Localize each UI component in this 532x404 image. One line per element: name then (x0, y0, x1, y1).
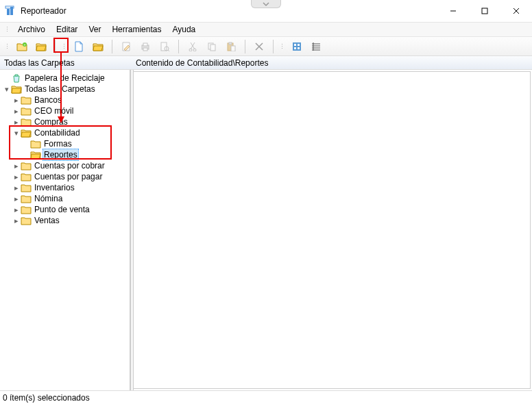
tree-label-selected: Reportes (43, 149, 79, 161)
menu-herramientas[interactable]: Herramientas (106, 23, 167, 36)
tree-node-compras[interactable]: Compras (3, 116, 130, 127)
edit-doc-icon (118, 39, 134, 54)
folder-icon (21, 117, 32, 127)
column-headers: Todas las Carpetas Contenido de Contabil… (0, 56, 532, 70)
tree-label: Ventas (33, 215, 61, 226)
folder-icon (21, 194, 32, 203)
svg-rect-28 (298, 47, 300, 49)
tree-node-cxc[interactable]: Cuentas por cobrar (3, 160, 130, 171)
svg-line-14 (168, 50, 169, 51)
expand-toggle[interactable] (12, 204, 21, 215)
folder-open-icon (11, 84, 22, 94)
new-doc-icon[interactable] (71, 39, 87, 54)
folder-icon (30, 139, 41, 149)
expand-toggle[interactable] (12, 193, 21, 204)
tree-node-cxp[interactable]: Cuentas por pagar (3, 171, 130, 182)
tree-node-ventas[interactable]: Ventas (3, 215, 130, 226)
paste-icon (223, 39, 239, 54)
tree-label: Contabilidad (33, 127, 82, 138)
tree-label: CEO móvil (33, 105, 75, 116)
view-list-icon[interactable] (308, 39, 324, 54)
toolbar-grip: ⋮ (3, 45, 12, 48)
svg-rect-20 (229, 42, 232, 45)
tree-node-recycle[interactable]: Papelera de Reciclaje (3, 73, 130, 84)
menu-editar[interactable]: Editar (51, 23, 83, 36)
folder-icon (21, 161, 32, 171)
menu-ver[interactable]: Ver (83, 23, 106, 36)
folder-icon (21, 106, 32, 116)
tree-node-root[interactable]: Todas las Carpetas (3, 84, 130, 94)
expand-toggle[interactable] (12, 127, 21, 138)
preview-icon (156, 39, 173, 54)
annotation-arrow (60, 53, 62, 118)
folder-icon (21, 183, 32, 192)
print-icon (137, 39, 154, 54)
toolbar-grip-3: ⋮ (278, 45, 287, 48)
menu-ayuda[interactable]: Ayuda (167, 23, 201, 36)
expand-toggle[interactable] (12, 171, 21, 182)
menubar: ⋮ Archivo Editar Ver Herramientas Ayuda (0, 22, 532, 37)
tree-label: Papelera de Reciclaje (23, 73, 106, 84)
minimize-button[interactable] (437, 0, 469, 22)
expand-toggle[interactable] (12, 94, 21, 105)
svg-rect-10 (143, 43, 147, 46)
folder-icon (21, 216, 32, 225)
tree-node-bancos[interactable]: Bancos (3, 94, 130, 105)
new-folder-icon[interactable]: + (14, 39, 30, 54)
tree-label: Cuentas por pagar (33, 171, 104, 182)
tree-node-pv[interactable]: Punto de venta (3, 204, 130, 215)
folder-open-icon (21, 128, 32, 138)
menu-archivo[interactable]: Archivo (12, 23, 51, 36)
view-large-icons[interactable] (289, 39, 305, 54)
svg-rect-27 (294, 47, 296, 49)
content-header: Contenido de Contabilidad\Reportes (130, 56, 532, 69)
svg-rect-26 (298, 44, 300, 46)
tree-header: Todas las Carpetas (0, 56, 130, 69)
open-folder-icon[interactable] (33, 39, 49, 54)
content-pane[interactable] (134, 71, 531, 389)
toolbar-grip-2: ⋮ (60, 45, 69, 48)
tree-label: Formas (43, 138, 73, 149)
svg-rect-25 (294, 44, 296, 46)
svg-rect-18 (210, 45, 215, 51)
status-text: 0 ítem(s) seleccionados (3, 393, 90, 403)
tree-label: Cuentas por cobrar (33, 160, 106, 171)
tree-node-formas[interactable]: Formas (3, 138, 130, 149)
delete-icon (251, 39, 267, 54)
svg-text:+: + (24, 42, 26, 47)
tree-node-ceo[interactable]: CEO móvil (3, 105, 130, 116)
open-doc-icon[interactable] (90, 39, 106, 54)
expand-toggle[interactable] (12, 215, 21, 226)
tree-node-nomina[interactable]: Nómina (3, 193, 130, 204)
recycle-bin-icon (11, 73, 22, 83)
menu-grip: ⋮ (3, 28, 12, 31)
statusbar: 0 ítem(s) seleccionados (0, 390, 532, 404)
close-button[interactable] (500, 0, 532, 22)
app-icon (4, 5, 16, 17)
tree-node-reportes[interactable]: Reportes (3, 149, 130, 160)
tree-label: Punto de venta (33, 204, 91, 215)
cut-icon (184, 39, 201, 54)
tree-label: Inventarios (33, 182, 76, 193)
expand-toggle[interactable] (12, 105, 21, 116)
titlebar-handle[interactable] (251, 0, 281, 8)
toolbar: ⋮ + ⋮ ⋮ (0, 37, 532, 56)
maximize-button[interactable] (469, 0, 500, 22)
copy-icon (204, 39, 220, 54)
svg-rect-11 (143, 48, 147, 51)
tree-node-contabilidad[interactable]: Contabilidad (3, 127, 130, 138)
annotation-arrowhead (58, 116, 64, 123)
svg-rect-21 (231, 46, 235, 51)
expand-toggle[interactable] (12, 116, 21, 127)
svg-rect-24 (293, 42, 301, 51)
expand-toggle[interactable] (3, 84, 11, 94)
folder-icon (21, 95, 32, 105)
folder-tree[interactable]: Papelera de Reciclaje Todas las Carpetas… (0, 70, 130, 390)
expand-toggle[interactable] (12, 182, 21, 193)
svg-rect-0 (7, 9, 10, 15)
tree-node-inventarios[interactable]: Inventarios (3, 182, 130, 193)
expand-toggle[interactable] (12, 160, 21, 171)
folder-icon (21, 172, 32, 181)
tree-label: Bancos (33, 94, 63, 105)
window-title: Reporteador (21, 6, 437, 16)
